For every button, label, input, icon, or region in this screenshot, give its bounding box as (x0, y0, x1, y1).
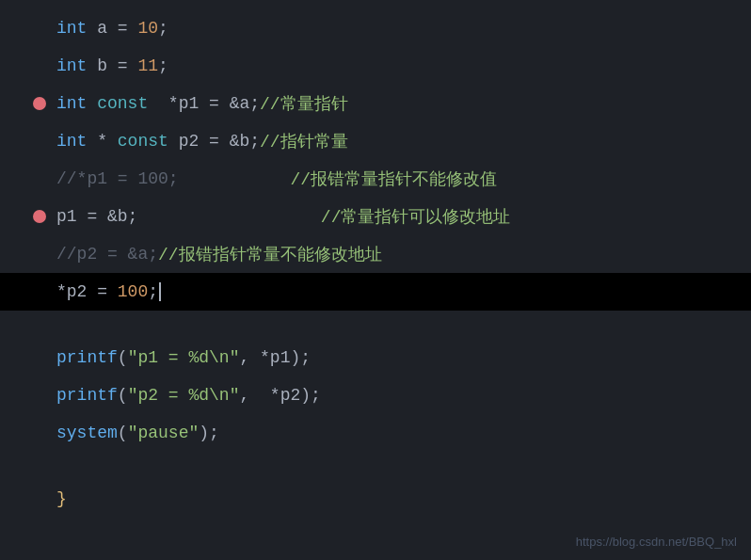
code-line-3: int const *p1 = &a;//常量指针 (0, 85, 751, 122)
keyword-int-4: int (56, 132, 87, 151)
code-line-printf1: printf("p1 = %d\n", *p1); (0, 339, 751, 376)
string-pause: "pause" (128, 424, 200, 442)
line-gutter-6 (0, 198, 47, 235)
string-p2: "p2 = %d\n" (128, 386, 240, 405)
code-line-1: int a = 10; (0, 9, 751, 47)
plain-p2b: , *p2); (239, 386, 320, 405)
comment-6: //常量指针可以修改地址 (321, 205, 511, 228)
line-gutter-sys (0, 414, 47, 452)
code-line-8: *p2 = 100; (0, 273, 751, 311)
code-line-6: p1 = &b; //常量指针可以修改地址 (0, 198, 751, 235)
plain-sys-a: ( (118, 424, 128, 442)
code-line-2: int b = 11; (0, 47, 751, 85)
line-gutter-close (0, 480, 47, 518)
line-gutter-4 (0, 122, 47, 160)
comment-3: //常量指针 (260, 92, 348, 115)
number-10: 10 (137, 19, 158, 38)
keyword-int-1: int (56, 19, 87, 38)
breakpoint-6 (33, 210, 46, 223)
line-gutter-7 (0, 235, 47, 273)
code-line-printf2: printf("p2 = %d\n", *p2); (0, 376, 751, 414)
string-p1: "p1 = %d\n" (128, 348, 240, 367)
keyword-const-3: const (97, 94, 148, 113)
plain-p2a: ( (118, 386, 128, 405)
line-gutter-8 (0, 273, 47, 311)
comment-5a: //*p1 = 100; (56, 169, 179, 188)
func-printf1: printf (56, 348, 118, 367)
code-line-5: //*p1 = 100; //报错常量指针不能修改值 (0, 160, 751, 198)
plain-p1b: , *p1); (239, 348, 311, 367)
spaces-6 (137, 207, 320, 226)
plain-1b (128, 19, 138, 38)
semi-2: ; (158, 56, 168, 75)
number-11: 11 (137, 56, 158, 75)
code-line-system: system("pause"); (0, 414, 751, 452)
code-line-4: int * const p2 = &b;//指针常量 (0, 122, 751, 160)
code-line-empty2 (0, 452, 751, 480)
plain-6: p1 = &b; (56, 207, 137, 226)
line-gutter-p2 (0, 376, 47, 414)
semi-1: ; (158, 19, 168, 38)
semi-8: ; (148, 282, 158, 301)
code-line-closing: } (0, 480, 751, 518)
line-gutter-3 (0, 85, 47, 122)
line-gutter-p1 (0, 339, 47, 376)
plain-1: a (87, 19, 117, 38)
text-cursor (159, 282, 161, 301)
func-printf2: printf (56, 386, 118, 405)
operator-1: = (118, 19, 128, 38)
plain-2b (128, 56, 138, 75)
code-line-7: //p2 = &a;//报错指针常量不能修改地址 (0, 235, 751, 273)
line-gutter-e2 (0, 452, 47, 480)
func-system: system (56, 424, 118, 442)
line-gutter-1 (0, 9, 47, 47)
code-editor: int a = 10; int b = 11; int const *p1 = … (0, 0, 751, 560)
watermark: https://blog.csdn.net/BBQ_hxl (576, 535, 737, 549)
comment-4: //指针常量 (260, 130, 348, 152)
keyword-int-2: int (56, 56, 87, 75)
code-line-empty (0, 311, 751, 339)
closing-brace: } (56, 489, 67, 508)
plain-8: *p2 = (56, 282, 118, 301)
line-gutter-2 (0, 47, 47, 85)
line-gutter-5 (0, 160, 47, 198)
number-100: 100 (118, 282, 148, 301)
plain-4b: p2 = &b; (168, 132, 260, 151)
comment-7a: //p2 = &a; (56, 245, 158, 264)
plain-sys-b: ); (199, 424, 219, 442)
plain-3 (87, 94, 97, 113)
plain-3b: *p1 = &a; (148, 94, 260, 113)
plain-4: * (87, 132, 117, 151)
line-gutter-e (0, 311, 47, 339)
comment-5b: //报错常量指针不能修改值 (290, 168, 497, 190)
keyword-const-4: const (118, 132, 168, 151)
plain-2: b (87, 56, 117, 75)
operator-2: = (118, 56, 128, 75)
plain-p1a: ( (118, 348, 128, 367)
keyword-int-3: int (56, 94, 87, 113)
breakpoint-3 (33, 97, 46, 110)
plain-5 (179, 169, 291, 188)
comment-7b: //报错指针常量不能修改地址 (158, 243, 382, 265)
